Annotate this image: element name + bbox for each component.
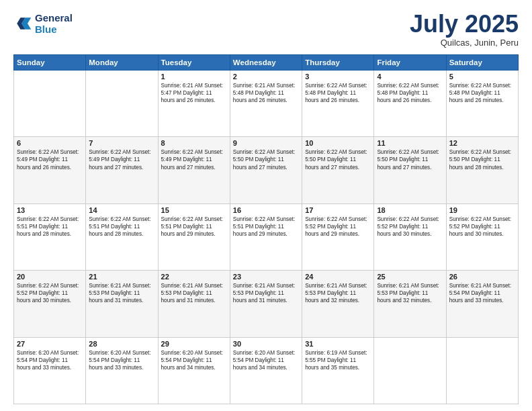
day-info: Sunrise: 6:22 AM Sunset: 5:52 PM Dayligh… — [377, 216, 443, 238]
day-number: 11 — [377, 139, 443, 147]
calendar-cell — [86, 71, 158, 137]
col-wednesday: Wednesday — [230, 55, 302, 71]
day-info: Sunrise: 6:21 AM Sunset: 5:48 PM Dayligh… — [233, 82, 299, 104]
day-number: 13 — [17, 206, 83, 214]
day-number: 27 — [17, 340, 83, 348]
day-number: 8 — [161, 139, 227, 147]
logo-general: General — [35, 12, 73, 24]
calendar-cell: 24Sunrise: 6:21 AM Sunset: 5:53 PM Dayli… — [302, 271, 374, 337]
calendar-cell: 23Sunrise: 6:21 AM Sunset: 5:53 PM Dayli… — [230, 271, 302, 337]
calendar-header: Sunday Monday Tuesday Wednesday Thursday… — [14, 55, 519, 71]
day-number: 26 — [449, 273, 515, 281]
day-info: Sunrise: 6:21 AM Sunset: 5:53 PM Dayligh… — [377, 282, 443, 304]
calendar-week-4: 20Sunrise: 6:22 AM Sunset: 5:52 PM Dayli… — [14, 271, 519, 337]
calendar-cell: 22Sunrise: 6:21 AM Sunset: 5:53 PM Dayli… — [158, 271, 230, 337]
day-info: Sunrise: 6:21 AM Sunset: 5:47 PM Dayligh… — [161, 82, 227, 104]
calendar-cell: 19Sunrise: 6:22 AM Sunset: 5:52 PM Dayli… — [446, 203, 518, 270]
day-info: Sunrise: 6:19 AM Sunset: 5:55 PM Dayligh… — [305, 349, 371, 371]
calendar-cell: 13Sunrise: 6:22 AM Sunset: 5:51 PM Dayli… — [14, 203, 86, 270]
day-info: Sunrise: 6:22 AM Sunset: 5:48 PM Dayligh… — [305, 82, 371, 104]
day-info: Sunrise: 6:22 AM Sunset: 5:48 PM Dayligh… — [377, 82, 443, 104]
day-number: 6 — [17, 139, 83, 147]
day-info: Sunrise: 6:20 AM Sunset: 5:54 PM Dayligh… — [161, 349, 227, 371]
day-info: Sunrise: 6:22 AM Sunset: 5:50 PM Dayligh… — [449, 148, 515, 171]
day-info: Sunrise: 6:22 AM Sunset: 5:48 PM Dayligh… — [449, 82, 515, 104]
calendar-cell: 10Sunrise: 6:22 AM Sunset: 5:50 PM Dayli… — [302, 137, 374, 203]
location: Quilcas, Junin, Peru — [410, 38, 519, 48]
calendar-cell: 9Sunrise: 6:22 AM Sunset: 5:50 PM Daylig… — [230, 137, 302, 203]
calendar-cell: 25Sunrise: 6:21 AM Sunset: 5:53 PM Dayli… — [374, 271, 446, 337]
day-info: Sunrise: 6:20 AM Sunset: 5:54 PM Dayligh… — [89, 349, 154, 371]
logo-blue: Blue — [35, 24, 73, 35]
calendar-cell: 5Sunrise: 6:22 AM Sunset: 5:48 PM Daylig… — [446, 71, 518, 137]
day-number: 25 — [377, 273, 443, 281]
day-number: 29 — [161, 340, 227, 348]
calendar-cell: 14Sunrise: 6:22 AM Sunset: 5:51 PM Dayli… — [86, 203, 158, 270]
calendar-cell: 26Sunrise: 6:21 AM Sunset: 5:54 PM Dayli… — [446, 271, 518, 337]
day-number: 10 — [305, 139, 371, 147]
calendar-cell: 11Sunrise: 6:22 AM Sunset: 5:50 PM Dayli… — [374, 137, 446, 203]
day-number: 24 — [305, 273, 371, 281]
calendar-cell: 31Sunrise: 6:19 AM Sunset: 5:55 PM Dayli… — [302, 337, 374, 404]
day-number: 18 — [377, 206, 443, 214]
calendar-cell: 1Sunrise: 6:21 AM Sunset: 5:47 PM Daylig… — [158, 71, 230, 137]
calendar-week-2: 6Sunrise: 6:22 AM Sunset: 5:49 PM Daylig… — [14, 137, 519, 203]
day-number: 30 — [233, 340, 299, 348]
calendar-cell — [374, 337, 446, 404]
calendar-cell: 4Sunrise: 6:22 AM Sunset: 5:48 PM Daylig… — [374, 71, 446, 137]
day-number: 21 — [89, 273, 154, 281]
day-number: 1 — [161, 73, 227, 81]
day-info: Sunrise: 6:22 AM Sunset: 5:49 PM Dayligh… — [161, 148, 227, 171]
day-info: Sunrise: 6:21 AM Sunset: 5:54 PM Dayligh… — [449, 282, 515, 304]
day-number: 7 — [89, 139, 154, 147]
day-info: Sunrise: 6:22 AM Sunset: 5:51 PM Dayligh… — [89, 216, 154, 238]
day-info: Sunrise: 6:20 AM Sunset: 5:54 PM Dayligh… — [17, 349, 83, 371]
calendar-cell — [14, 71, 86, 137]
calendar-cell: 7Sunrise: 6:22 AM Sunset: 5:49 PM Daylig… — [86, 137, 158, 203]
calendar-cell: 2Sunrise: 6:21 AM Sunset: 5:48 PM Daylig… — [230, 71, 302, 137]
col-sunday: Sunday — [14, 55, 86, 71]
day-info: Sunrise: 6:22 AM Sunset: 5:50 PM Dayligh… — [377, 148, 443, 171]
calendar-cell: 29Sunrise: 6:20 AM Sunset: 5:54 PM Dayli… — [158, 337, 230, 404]
calendar-cell: 30Sunrise: 6:20 AM Sunset: 5:54 PM Dayli… — [230, 337, 302, 404]
day-number: 17 — [305, 206, 371, 214]
day-info: Sunrise: 6:22 AM Sunset: 5:49 PM Dayligh… — [89, 148, 154, 171]
day-info: Sunrise: 6:22 AM Sunset: 5:52 PM Dayligh… — [449, 216, 515, 238]
col-tuesday: Tuesday — [158, 55, 230, 71]
calendar-cell: 17Sunrise: 6:22 AM Sunset: 5:52 PM Dayli… — [302, 203, 374, 270]
logo: General Blue — [13, 12, 73, 35]
calendar-week-5: 27Sunrise: 6:20 AM Sunset: 5:54 PM Dayli… — [14, 337, 519, 404]
day-info: Sunrise: 6:21 AM Sunset: 5:53 PM Dayligh… — [89, 282, 154, 304]
day-info: Sunrise: 6:22 AM Sunset: 5:50 PM Dayligh… — [233, 148, 299, 171]
day-number: 12 — [449, 139, 515, 147]
calendar-cell: 6Sunrise: 6:22 AM Sunset: 5:49 PM Daylig… — [14, 137, 86, 203]
logo-icon — [13, 14, 32, 33]
logo-text: General Blue — [35, 12, 73, 35]
day-info: Sunrise: 6:22 AM Sunset: 5:50 PM Dayligh… — [305, 148, 371, 171]
day-number: 31 — [305, 340, 371, 348]
calendar: Sunday Monday Tuesday Wednesday Thursday… — [13, 54, 519, 404]
col-thursday: Thursday — [302, 55, 374, 71]
day-info: Sunrise: 6:22 AM Sunset: 5:52 PM Dayligh… — [17, 282, 83, 304]
day-number: 14 — [89, 206, 154, 214]
page: General Blue July 2025 Quilcas, Junin, P… — [0, 0, 532, 411]
calendar-cell: 18Sunrise: 6:22 AM Sunset: 5:52 PM Dayli… — [374, 203, 446, 270]
header: General Blue July 2025 Quilcas, Junin, P… — [13, 12, 519, 48]
day-number: 19 — [449, 206, 515, 214]
day-info: Sunrise: 6:22 AM Sunset: 5:52 PM Dayligh… — [305, 216, 371, 238]
day-number: 9 — [233, 139, 299, 147]
day-info: Sunrise: 6:21 AM Sunset: 5:53 PM Dayligh… — [161, 282, 227, 304]
day-info: Sunrise: 6:22 AM Sunset: 5:51 PM Dayligh… — [161, 216, 227, 238]
col-friday: Friday — [374, 55, 446, 71]
day-number: 3 — [305, 73, 371, 81]
calendar-cell: 28Sunrise: 6:20 AM Sunset: 5:54 PM Dayli… — [86, 337, 158, 404]
calendar-cell: 3Sunrise: 6:22 AM Sunset: 5:48 PM Daylig… — [302, 71, 374, 137]
day-number: 15 — [161, 206, 227, 214]
calendar-cell: 8Sunrise: 6:22 AM Sunset: 5:49 PM Daylig… — [158, 137, 230, 203]
day-number: 20 — [17, 273, 83, 281]
day-info: Sunrise: 6:21 AM Sunset: 5:53 PM Dayligh… — [305, 282, 371, 304]
day-number: 23 — [233, 273, 299, 281]
calendar-week-1: 1Sunrise: 6:21 AM Sunset: 5:47 PM Daylig… — [14, 71, 519, 137]
month-title: July 2025 — [410, 12, 519, 36]
col-monday: Monday — [86, 55, 158, 71]
